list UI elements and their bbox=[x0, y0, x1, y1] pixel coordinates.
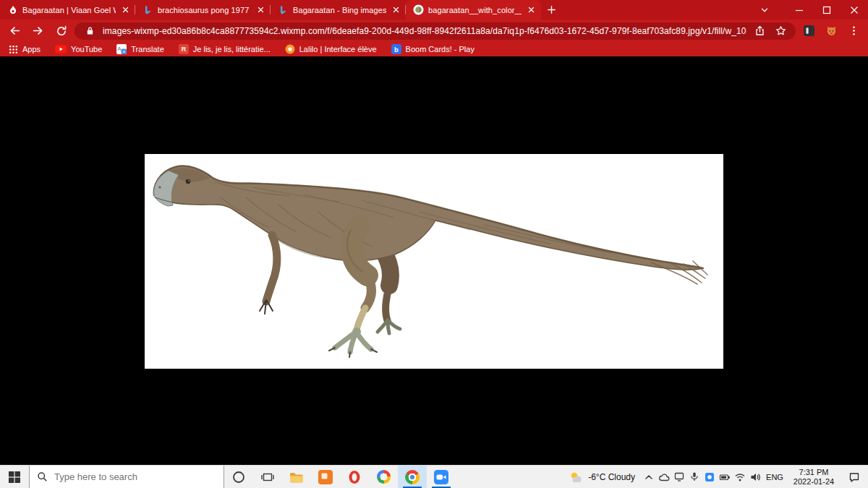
svg-text:b: b bbox=[394, 46, 399, 53]
bookmark-je-lis[interactable]: R Je lis, je lis, littératie... bbox=[179, 44, 271, 54]
page-background bbox=[0, 56, 868, 465]
tab-image-active[interactable]: bagaraatan__with_color__by_cod bbox=[406, 0, 541, 20]
forward-button[interactable] bbox=[28, 21, 48, 40]
bookmark-label: Lalilo | Interface élève bbox=[299, 45, 377, 53]
reload-button[interactable] bbox=[51, 21, 71, 40]
tab-bing-brachiosaurus[interactable]: brachiosaurus pong 1977 - Bing bbox=[135, 0, 271, 20]
bing-icon bbox=[278, 4, 289, 15]
clock-time: 7:31 PM bbox=[799, 468, 829, 477]
bookmark-translate[interactable]: Aa Translate bbox=[116, 44, 163, 54]
tray-expand-button[interactable] bbox=[641, 466, 656, 488]
bookmark-label: YouTube bbox=[71, 45, 102, 53]
microphone-icon bbox=[689, 471, 700, 482]
tab-close-button[interactable] bbox=[526, 4, 537, 15]
google-icon bbox=[377, 470, 391, 484]
apps-grid-icon bbox=[9, 45, 18, 54]
svg-text:A: A bbox=[118, 46, 122, 52]
address-bar[interactable]: images-wixmp-ed30a86b8c4ca887773594c2.wi… bbox=[75, 22, 796, 40]
task-view-button[interactable] bbox=[253, 466, 282, 488]
wifi-icon bbox=[734, 472, 746, 482]
taskbar-clock[interactable]: 7:31 PM 2022-01-24 bbox=[787, 468, 841, 487]
tab-fandom[interactable]: Bagaraatan | Viaan Goel Wiki | Fa bbox=[0, 0, 135, 20]
bookmark-label: Translate bbox=[131, 45, 163, 53]
youtube-icon bbox=[55, 45, 67, 53]
share-button[interactable] bbox=[752, 25, 767, 36]
taskbar-app-o-button[interactable] bbox=[340, 466, 369, 488]
battery-icon bbox=[719, 471, 731, 483]
red-r-icon: R bbox=[179, 44, 189, 54]
orange-app-icon bbox=[318, 470, 333, 484]
browser-titlebar: Bagaraatan | Viaan Goel Wiki | Fa brachi… bbox=[0, 0, 868, 20]
cast-app-button[interactable] bbox=[702, 466, 717, 488]
task-view-icon bbox=[261, 471, 274, 484]
dinosaur-illustration bbox=[145, 154, 723, 369]
browser-menu-button[interactable] bbox=[844, 22, 863, 40]
windows-logo-icon bbox=[9, 471, 20, 483]
weather-widget[interactable]: -6°C Cloudy bbox=[563, 466, 641, 488]
cortana-button[interactable] bbox=[224, 466, 253, 488]
back-button[interactable] bbox=[5, 21, 25, 40]
file-explorer-button[interactable] bbox=[282, 466, 311, 488]
minimize-button[interactable] bbox=[786, 0, 813, 20]
bookmark-boom-cards[interactable]: b Boom Cards! - Play bbox=[391, 44, 475, 54]
url-text: images-wixmp-ed30a86b8c4ca887773594c2.wi… bbox=[103, 26, 746, 36]
tab-search-button[interactable] bbox=[754, 0, 775, 20]
bookmark-label: Apps bbox=[22, 45, 41, 53]
zoom-button[interactable] bbox=[427, 466, 456, 488]
bookmark-star-button[interactable] bbox=[773, 25, 788, 36]
screen: { "colors": { "theme_red": "#c41a1c", "t… bbox=[0, 0, 868, 488]
chrome-icon bbox=[405, 470, 420, 484]
cortana-icon bbox=[232, 471, 245, 484]
tab-title: bagaraatan__with_color__by_cod bbox=[428, 6, 522, 14]
close-button[interactable] bbox=[841, 0, 868, 20]
network-button[interactable] bbox=[732, 466, 747, 488]
action-center-button[interactable] bbox=[841, 471, 868, 483]
folder-icon bbox=[289, 471, 304, 483]
maximize-button[interactable] bbox=[813, 0, 841, 20]
clock-date: 2022-01-24 bbox=[793, 477, 834, 487]
new-tab-button[interactable] bbox=[541, 0, 561, 20]
tab-bing-images[interactable]: Bagaraatan - Bing images bbox=[271, 0, 406, 20]
bookmark-apps[interactable]: Apps bbox=[9, 45, 41, 54]
navigation-toolbar: images-wixmp-ed30a86b8c4ca887773594c2.wi… bbox=[0, 20, 868, 42]
lalilo-icon bbox=[285, 44, 295, 54]
fandom-flame-icon bbox=[7, 4, 18, 15]
tab-title: brachiosaurus pong 1977 - Bing bbox=[158, 6, 251, 14]
tray-app-button[interactable] bbox=[671, 466, 686, 488]
tab-title: Bagaraatan | Viaan Goel Wiki | Fa bbox=[22, 6, 116, 14]
bookmark-lalilo[interactable]: Lalilo | Interface élève bbox=[285, 44, 377, 54]
start-button[interactable] bbox=[0, 466, 29, 488]
bookmark-youtube[interactable]: YouTube bbox=[55, 45, 102, 53]
window-controls bbox=[754, 0, 868, 20]
image-frame bbox=[145, 154, 723, 369]
bing-icon bbox=[142, 4, 153, 15]
tab-close-button[interactable] bbox=[120, 4, 131, 15]
extension-cat-button[interactable] bbox=[822, 22, 841, 40]
monitor-icon bbox=[673, 471, 685, 482]
speaker-icon bbox=[749, 471, 761, 483]
weather-label: -6°C Cloudy bbox=[588, 472, 635, 482]
tab-close-button[interactable] bbox=[391, 4, 401, 15]
search-icon bbox=[37, 471, 48, 482]
tab-title: Bagaraatan - Bing images bbox=[293, 6, 386, 14]
translate-icon: Aa bbox=[116, 44, 127, 54]
microphone-button[interactable] bbox=[686, 466, 702, 488]
tab-close-button[interactable] bbox=[255, 4, 266, 15]
taskbar-app-orange-button[interactable] bbox=[311, 466, 340, 488]
volume-button[interactable] bbox=[747, 466, 762, 488]
taskbar-search[interactable] bbox=[29, 466, 224, 488]
onedrive-button[interactable] bbox=[656, 466, 671, 488]
bookmark-label: Boom Cards! - Play bbox=[406, 45, 475, 53]
language-indicator[interactable]: ENG bbox=[762, 473, 787, 481]
extension-sidebar-button[interactable] bbox=[799, 22, 818, 40]
svg-text:R: R bbox=[182, 46, 187, 53]
blue-cast-icon bbox=[704, 471, 715, 483]
search-input[interactable] bbox=[54, 471, 206, 482]
google-app-button[interactable] bbox=[369, 466, 398, 488]
system-tray: ENG 7:31 PM 2022-01-24 bbox=[641, 466, 868, 488]
image-thumbnail-icon bbox=[413, 4, 424, 15]
chrome-button[interactable] bbox=[398, 466, 427, 488]
battery-button[interactable] bbox=[717, 466, 732, 488]
boom-cards-icon: b bbox=[391, 44, 401, 54]
cloudy-weather-icon bbox=[569, 471, 584, 483]
